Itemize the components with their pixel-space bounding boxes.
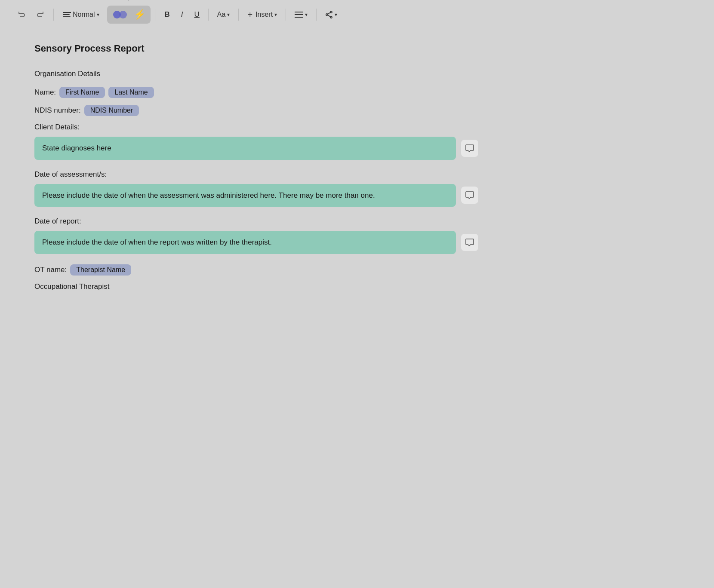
underline-button[interactable]: U [191,8,203,21]
style-selector[interactable]: Normal ▾ [59,9,104,21]
ot-name-chip[interactable]: Therapist Name [70,264,131,276]
toolbar-divider-6 [316,9,317,21]
date-assessment-text: Please include the date of when the asse… [42,191,375,199]
date-report-comment-icon[interactable] [461,234,478,251]
toolbar-divider-1 [53,9,54,21]
insert-chevron-icon: ▾ [274,12,277,18]
plus-icon: + [247,10,252,20]
insert-button[interactable]: + Insert ▾ [244,7,280,22]
org-section-heading: Organisation Details [34,70,482,78]
redo-button[interactable] [33,8,48,21]
date-assessment-label: Date of assessment/s: [34,170,482,179]
diagnoses-text: State diagnoses here [42,144,111,152]
diagnoses-instruction-block[interactable]: State diagnoses here [34,137,456,160]
date-assessment-instruction-block[interactable]: Please include the date of when the asse… [34,184,456,207]
date-report-label: Date of report: [34,217,482,226]
toolbar-divider-5 [286,9,286,21]
diagnoses-comment-icon[interactable] [461,140,478,157]
font-size-chevron-icon: ▾ [227,12,230,18]
list-chevron-icon: ▾ [305,12,308,18]
share-chevron-icon: ▾ [335,12,337,18]
ndis-row: NDIS number: NDIS Number [34,105,482,116]
font-size-button[interactable]: Aa ▾ [214,8,234,21]
document-title: Sensory Process Report [34,43,482,54]
client-details-section: Client Details: State diagnoses here [34,123,482,160]
lightning-button[interactable]: ⚡ [131,7,148,22]
client-details-label: Client Details: [34,123,482,132]
toolbar-divider-2 [156,9,156,21]
svg-line-12 [328,15,330,17]
date-report-text: Please include the date of when the repo… [42,238,272,246]
svg-point-4 [119,11,127,18]
toolbar: Normal ▾ Mark as instruction ⚡ B I U Aa … [0,0,714,29]
list-button[interactable]: ▾ [291,9,311,21]
undo-button[interactable] [14,8,29,21]
date-assessment-comment-icon[interactable] [461,187,478,204]
name-row: Name: First Name Last Name [34,87,482,98]
style-chevron-icon: ▾ [97,12,99,18]
ndis-label: NDIS number: [34,106,81,115]
last-name-chip[interactable]: Last Name [108,87,154,98]
bold-button[interactable]: B [161,8,173,21]
italic-button[interactable]: I [177,8,188,21]
instruction-icon-group: Mark as instruction ⚡ [107,6,151,24]
date-report-section: Date of report: Please include the date … [34,217,482,254]
first-name-chip[interactable]: First Name [59,87,105,98]
occupational-therapist-label: Occupational Therapist [34,282,482,291]
ot-name-label: OT name: [34,266,67,274]
ot-name-row: OT name: Therapist Name [34,264,482,276]
toolbar-divider-3 [208,9,209,21]
svg-line-11 [328,12,330,14]
date-assessment-section: Date of assessment/s: Please include the… [34,170,482,207]
insert-label: Insert [255,11,273,18]
ndis-chip[interactable]: NDIS Number [84,105,139,116]
date-report-instruction-block[interactable]: Please include the date of when the repo… [34,231,456,254]
toolbar-divider-4 [238,9,239,21]
font-size-label: Aa [217,11,226,18]
document-content: Sensory Process Report Organisation Deta… [0,29,516,313]
share-button[interactable]: ▾ [322,8,341,21]
style-label: Normal [73,11,95,18]
name-label: Name: [34,88,56,97]
mark-instruction-button[interactable] [110,8,130,21]
